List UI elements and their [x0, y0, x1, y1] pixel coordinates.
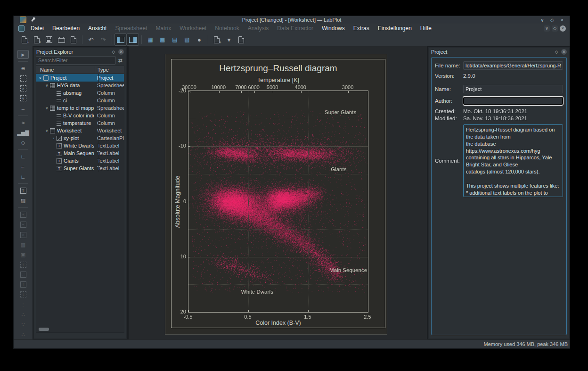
- window-minimize-button[interactable]: ∨: [539, 17, 545, 23]
- color-theme-button[interactable]: ●: [193, 33, 205, 46]
- new-matrix-button[interactable]: ▩: [156, 33, 169, 46]
- zoom-y-select-tool[interactable]: y: [17, 94, 29, 103]
- zoom-fit-selection-button[interactable]: ▣: [17, 250, 29, 259]
- explorer-float-button[interactable]: ◇: [111, 49, 116, 55]
- expander-icon[interactable]: ›: [51, 136, 56, 140]
- tree-row-b-v-color-index[interactable]: B-V color indexColumn: [36, 112, 124, 119]
- shift-up-button[interactable]: ↑: [17, 280, 29, 289]
- add-axis-button[interactable]: ∟: [17, 152, 29, 161]
- properties-close-button[interactable]: ✕: [561, 49, 567, 55]
- x2-axis-label[interactable]: Temperature [K]: [188, 77, 368, 83]
- tree-row-main-sequence[interactable]: TMain SequenceTextLabel: [36, 149, 124, 157]
- menu-extras[interactable]: Extras: [349, 24, 374, 33]
- tree-row-ci[interactable]: ciColumn: [36, 97, 124, 104]
- new-worksheet-dropdown[interactable]: ▾: [223, 33, 235, 46]
- file-name-field[interactable]: [463, 61, 563, 70]
- distribute-vertical-button[interactable]: ∴: [17, 330, 29, 339]
- column-header-name[interactable]: Name: [36, 66, 95, 74]
- new-spreadsheet-button[interactable]: ▦: [144, 33, 156, 46]
- zoom-out-button[interactable]: −: [17, 220, 29, 229]
- new-plot-button[interactable]: ▧: [181, 33, 193, 46]
- explorer-close-button[interactable]: ✕: [118, 49, 124, 55]
- horizontal-scrollbar[interactable]: [39, 328, 49, 331]
- annotation-giants[interactable]: Giants: [331, 166, 346, 172]
- export-button[interactable]: [67, 33, 80, 46]
- navigate-tool[interactable]: ⊕: [17, 64, 29, 73]
- toggle-properties-explorer-button[interactable]: [127, 33, 139, 46]
- tree-row-worksheet[interactable]: ∨WorksheetWorksheet: [36, 127, 124, 134]
- plot-title[interactable]: Hertzsprung–Russell diagram: [188, 63, 368, 74]
- expander-icon[interactable]: ∨: [44, 83, 49, 88]
- shift-tool[interactable]: ↔: [17, 104, 29, 113]
- shift-down-button[interactable]: ↓: [17, 290, 29, 299]
- select-tool[interactable]: ►: [17, 50, 29, 59]
- tree-row-temperature[interactable]: temperatureColumn: [36, 119, 124, 127]
- export-selection-button[interactable]: ↑: [17, 260, 29, 269]
- tree-row-temp-to-ci-mapping[interactable]: ∨temp to ci mappingSpreadsheet: [36, 104, 124, 112]
- menu-hilfe[interactable]: Hilfe: [416, 24, 436, 33]
- mdi-close-button[interactable]: ×: [560, 25, 566, 32]
- tree-row-xy-plot[interactable]: ›xy-plotCartesianPlot: [36, 134, 124, 142]
- add-histogram-button[interactable]: ▂▅▇: [17, 128, 29, 137]
- save-project-button[interactable]: [43, 33, 55, 46]
- print-button[interactable]: [55, 33, 67, 46]
- shift-left-button[interactable]: ←: [17, 270, 29, 279]
- add-curve-button[interactable]: ≈: [17, 118, 29, 127]
- import-button[interactable]: [235, 33, 247, 46]
- menu-ansicht[interactable]: Ansicht: [84, 24, 111, 33]
- toggle-project-explorer-button[interactable]: [114, 33, 127, 46]
- add-axis-top-button[interactable]: ⌐: [17, 162, 29, 171]
- plot-data-area[interactable]: Super GiantsGiantsMain SequenceWhite Dwa…: [188, 91, 368, 313]
- add-legend-button[interactable]: ∟: [17, 172, 29, 181]
- tree-row-hyg-data[interactable]: ∨HYG dataSpreadsheet: [36, 82, 124, 89]
- open-project-button[interactable]: [31, 33, 43, 46]
- add-boxplot-button[interactable]: ◇: [17, 138, 29, 147]
- filter-options-icon[interactable]: ⇄: [116, 58, 124, 64]
- project-name-field[interactable]: [463, 85, 563, 93]
- menu-datei[interactable]: Datei: [26, 24, 48, 33]
- expander-icon[interactable]: ∨: [44, 106, 49, 110]
- new-project-button[interactable]: [18, 33, 31, 46]
- redo-button[interactable]: ↷: [97, 33, 109, 46]
- tree-row-giants[interactable]: TGiantsTextLabel: [36, 157, 124, 165]
- add-image-button[interactable]: ▨: [17, 196, 29, 205]
- column-header-type[interactable]: Type: [95, 66, 124, 74]
- x-axis-label[interactable]: Color Index (B-V): [188, 320, 368, 326]
- tree-row-super-giants[interactable]: TSuper GiantsTextLabel: [36, 165, 124, 172]
- new-notebook-button[interactable]: ▤: [169, 33, 181, 46]
- tree-row-absmag[interactable]: absmagColumn: [36, 89, 124, 97]
- author-field[interactable]: [463, 97, 563, 105]
- menu-windows[interactable]: Windows: [318, 24, 349, 33]
- worksheet-page[interactable]: Hertzsprung–Russell diagram Temperature …: [165, 54, 387, 335]
- distribute-horizontal-button[interactable]: ∵: [17, 320, 29, 329]
- zoom-origin-button[interactable]: ○: [17, 231, 29, 239]
- menu-bearbeiten[interactable]: Bearbeiten: [48, 24, 84, 33]
- window-maximize-button[interactable]: ◇: [549, 17, 555, 23]
- mdi-minimize-button[interactable]: ∨: [544, 25, 550, 32]
- undo-button[interactable]: ↶: [85, 33, 97, 46]
- x-tick-label: 1.5: [304, 314, 311, 320]
- comment-field[interactable]: Hertzsprung-Russel diagram based on the …: [463, 124, 563, 197]
- zoom-fit-page-button[interactable]: ▦: [17, 240, 29, 249]
- add-text-label-button[interactable]: T: [17, 186, 29, 195]
- properties-float-button[interactable]: ◇: [554, 49, 559, 55]
- titlebar[interactable]: Project [Changed] - [Worksheet] — LabPlo…: [14, 16, 570, 24]
- align-horizontal-button[interactable]: ∴: [17, 310, 29, 319]
- expander-icon[interactable]: ∨: [44, 129, 49, 133]
- tree-row-project[interactable]: ∨ProjectProject: [36, 74, 124, 82]
- search-input[interactable]: [36, 56, 116, 65]
- tree-row-white-dwarfs[interactable]: TWhite DwarfsTextLabel: [36, 142, 124, 149]
- annotation-white-dwarfs[interactable]: White Dwarfs: [241, 289, 273, 295]
- xy-plot[interactable]: Hertzsprung–Russell diagram Temperature …: [171, 59, 385, 328]
- expander-icon[interactable]: ∨: [38, 76, 43, 80]
- window-close-button[interactable]: ×: [559, 17, 565, 23]
- align-vertical-button[interactable]: :: [17, 300, 29, 309]
- new-worksheet-button[interactable]: [211, 33, 223, 46]
- annotation-main-sequence[interactable]: Main Sequence: [329, 267, 367, 273]
- zoom-x-select-tool[interactable]: x: [17, 84, 29, 93]
- zoom-in-button[interactable]: +: [17, 210, 29, 219]
- mdi-restore-button[interactable]: ◇: [552, 25, 558, 32]
- zoom-select-tool[interactable]: [17, 74, 29, 83]
- annotation-super-giants[interactable]: Super Giants: [325, 109, 356, 115]
- menu-einstellungen[interactable]: Einstellungen: [374, 24, 416, 33]
